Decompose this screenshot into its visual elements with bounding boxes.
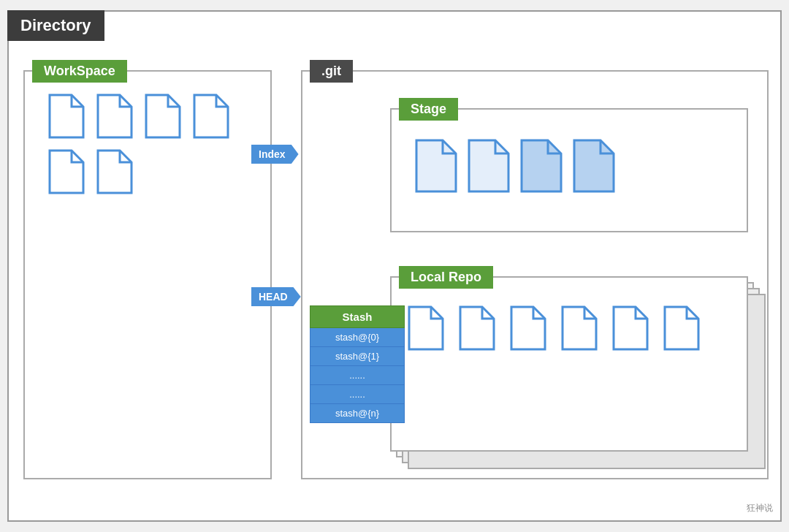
stage-label: Stage bbox=[399, 98, 458, 121]
workspace-label: WorkSpace bbox=[32, 60, 127, 83]
workspace-panel: WorkSpace bbox=[23, 70, 272, 479]
repo-file-3 bbox=[508, 305, 546, 351]
workspace-file-1 bbox=[47, 94, 85, 139]
stage-file-1 bbox=[413, 139, 459, 193]
workspace-file-5 bbox=[47, 149, 85, 194]
stash-item-dots-2: ...... bbox=[310, 385, 405, 404]
workspace-file-6 bbox=[95, 149, 133, 194]
workspace-file-4 bbox=[191, 94, 229, 139]
stash-item-n: stash@{n} bbox=[310, 404, 405, 423]
stash-item-1: stash@{1} bbox=[310, 347, 405, 366]
head-arrow-label: HEAD bbox=[251, 287, 301, 306]
stash-panel: Stash stash@{0} stash@{1} ...... ...... … bbox=[310, 305, 405, 423]
workspace-file-3 bbox=[143, 94, 181, 139]
stage-file-grid bbox=[392, 110, 747, 208]
repo-file-4 bbox=[560, 305, 598, 351]
local-repo-stack: Local Repo bbox=[390, 276, 755, 459]
repo-file-2 bbox=[457, 305, 495, 351]
head-arrow: HEAD bbox=[251, 287, 301, 306]
stage-file-4 bbox=[571, 139, 617, 193]
stash-header: Stash bbox=[310, 305, 405, 328]
index-arrow: Index bbox=[251, 145, 299, 164]
main-container: Directory WorkSpace .git Index Stage bbox=[7, 10, 782, 522]
local-repo-label: Local Repo bbox=[399, 266, 493, 289]
git-panel: .git Index Stage HEAD bbox=[301, 70, 769, 479]
stash-item-0: stash@{0} bbox=[310, 328, 405, 347]
stash-item-dots-1: ...... bbox=[310, 366, 405, 385]
local-repo-panel: Local Repo bbox=[390, 276, 748, 452]
repo-file-1 bbox=[406, 305, 444, 351]
repo-file-5 bbox=[611, 305, 649, 351]
git-label: .git bbox=[310, 60, 353, 83]
stage-file-2 bbox=[466, 139, 511, 193]
watermark: 狂神说 bbox=[747, 502, 773, 514]
local-repo-file-grid bbox=[392, 278, 747, 358]
stage-panel: Stage bbox=[390, 108, 748, 232]
stage-file-3 bbox=[519, 139, 564, 193]
workspace-file-grid bbox=[25, 72, 270, 209]
title-bar: Directory bbox=[7, 10, 104, 41]
repo-file-6 bbox=[662, 305, 700, 351]
index-arrow-label: Index bbox=[251, 145, 299, 164]
workspace-file-2 bbox=[95, 94, 133, 139]
